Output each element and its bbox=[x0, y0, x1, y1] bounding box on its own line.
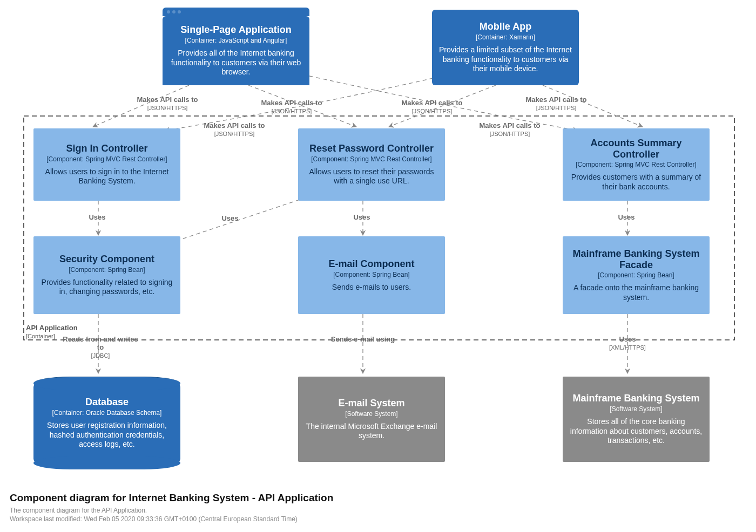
node-database[interactable]: Database [Container: Oracle Database Sch… bbox=[33, 383, 180, 463]
node-security[interactable]: Security Component [Component: Spring Be… bbox=[33, 236, 180, 314]
node-title: Sign In Controller bbox=[66, 143, 148, 154]
node-meta: [Container: Oracle Database Schema] bbox=[52, 409, 162, 417]
diagram-footer: Component diagram for Internet Banking S… bbox=[10, 492, 333, 523]
node-meta: [Component: Spring Bean] bbox=[69, 266, 145, 274]
node-meta: [Software System] bbox=[610, 405, 662, 413]
rel-reads: Reads from and writes to[JDBC] bbox=[63, 336, 138, 360]
node-emailsys[interactable]: E-mail System [Software System] The inte… bbox=[298, 377, 445, 462]
rel-uses-3: Uses bbox=[346, 214, 378, 222]
rel-sends: Sends e-mail using bbox=[330, 336, 395, 344]
node-desc: The internal Microsoft Exchange e-mail s… bbox=[305, 422, 438, 441]
node-meta: [Container: JavaScript and Angular] bbox=[185, 37, 287, 44]
diagram-title: Component diagram for Internet Banking S… bbox=[10, 492, 333, 504]
node-desc: Stores user registration information, ha… bbox=[40, 421, 174, 449]
rel-api-5: Makes API calls to[JSON/HTTPS] bbox=[186, 122, 283, 138]
node-title: E-mail Component bbox=[328, 258, 414, 270]
rel-uses-1: Uses bbox=[81, 214, 113, 222]
node-desc: Provides all of the Internet banking fun… bbox=[169, 49, 303, 77]
node-title: Mainframe Banking System Facade bbox=[569, 248, 703, 270]
rel-uses-xml: Uses[XML/HTTPS] bbox=[595, 336, 660, 352]
rel-api-2: Makes API calls to[JSON/HTTPS] bbox=[243, 99, 340, 115]
rel-api-4: Makes API calls to[JSON/HTTPS] bbox=[508, 96, 605, 112]
node-desc: Allows users to reset their passwords wi… bbox=[305, 167, 438, 186]
node-meta: [Component: Spring MVC Rest Controller] bbox=[311, 155, 431, 163]
node-facade[interactable]: Mainframe Banking System Facade [Compone… bbox=[563, 236, 710, 314]
node-desc: Stores all of the core banking informati… bbox=[569, 417, 703, 446]
node-mainframe[interactable]: Mainframe Banking System [Software Syste… bbox=[563, 377, 710, 462]
node-signin[interactable]: Sign In Controller [Component: Spring MV… bbox=[33, 128, 180, 201]
node-title: Security Component bbox=[59, 254, 154, 265]
node-meta: [Component: Spring Bean] bbox=[333, 271, 409, 278]
rel-uses-4: Uses bbox=[610, 214, 643, 222]
node-meta: [Software System] bbox=[345, 410, 397, 418]
node-reset[interactable]: Reset Password Controller [Component: Sp… bbox=[298, 128, 445, 201]
node-desc: Provides a limited subset of the Interne… bbox=[438, 45, 572, 74]
node-title: Mainframe Banking System bbox=[572, 393, 699, 404]
diagram-subtitle: The component diagram for the API Applic… bbox=[10, 506, 333, 523]
node-title: Reset Password Controller bbox=[309, 143, 434, 154]
node-mobile[interactable]: Mobile App [Container: Xamarin] Provides… bbox=[432, 10, 579, 85]
node-desc: Allows users to sign in to the Internet … bbox=[40, 167, 174, 186]
node-desc: A facade onto the mainframe banking syst… bbox=[569, 283, 703, 302]
node-accounts[interactable]: Accounts Summary Controller [Component: … bbox=[563, 128, 710, 201]
rel-uses-2: Uses bbox=[214, 215, 246, 223]
node-title: Database bbox=[85, 397, 129, 408]
node-email[interactable]: E-mail Component [Component: Spring Bean… bbox=[298, 236, 445, 314]
node-desc: Provides customers with a summary of the… bbox=[569, 173, 703, 192]
node-desc: Sends e-mails to users. bbox=[332, 283, 411, 292]
rel-api-1: Makes API calls to[JSON/HTTPS] bbox=[119, 96, 216, 112]
node-spa[interactable]: Single-Page Application [Container: Java… bbox=[163, 16, 309, 85]
node-title: Mobile App bbox=[480, 21, 531, 32]
node-title: Single-Page Application bbox=[180, 24, 291, 36]
rel-api-3: Makes API calls to[JSON/HTTPS] bbox=[383, 99, 481, 115]
node-meta: [Component: Spring MVC Rest Controller] bbox=[46, 155, 167, 163]
node-meta: [Component: Spring MVC Rest Controller] bbox=[576, 161, 696, 168]
diagram-canvas: Single-Page Application [Container: Java… bbox=[0, 0, 756, 532]
node-title: E-mail System bbox=[338, 398, 404, 409]
node-desc: Provides functionality related to signin… bbox=[40, 278, 174, 297]
node-meta: [Component: Spring Bean] bbox=[598, 271, 674, 279]
rel-api-6: Makes API calls to[JSON/HTTPS] bbox=[461, 122, 558, 138]
node-title: Accounts Summary Controller bbox=[569, 138, 703, 160]
node-meta: [Container: Xamarin] bbox=[476, 33, 535, 41]
